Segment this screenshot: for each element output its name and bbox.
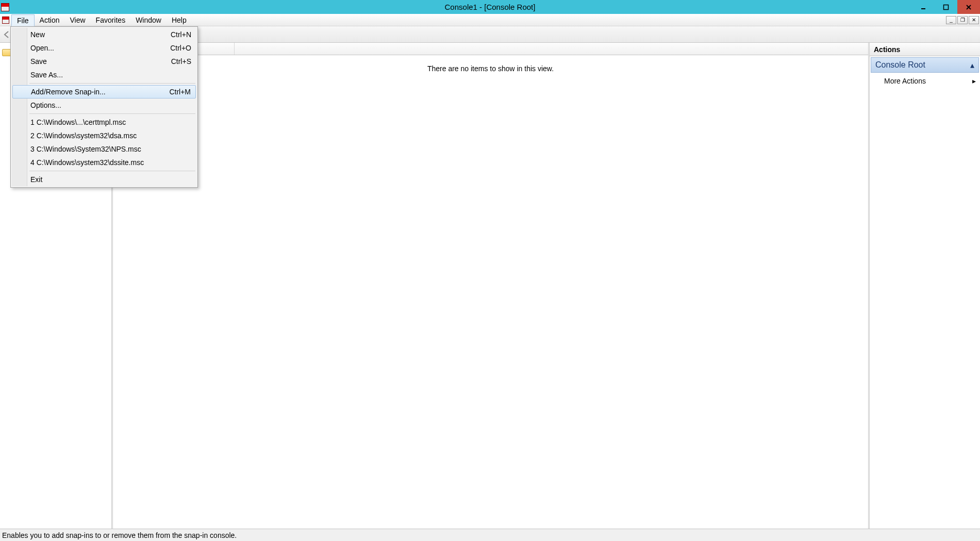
file-add-remove-snapin[interactable]: Add/Remove Snap-in... Ctrl+M: [12, 85, 196, 99]
mdi-close-button[interactable]: ✕: [969, 16, 979, 24]
file-recent-4-label: 4 C:\Windows\system32\dssite.msc: [30, 158, 144, 167]
actions-more-label: More Actions: [884, 77, 926, 85]
content-column-header[interactable]: [113, 43, 868, 55]
titlebar: Console1 - [Console Root]: [0, 0, 980, 14]
menu-favorites[interactable]: Favorites: [91, 14, 131, 26]
menu-help-label: Help: [172, 16, 187, 24]
app-icon: [1, 3, 9, 11]
file-open-label: Open...: [30, 44, 54, 52]
actions-section-header[interactable]: Console Root ▴: [871, 57, 979, 73]
menu-file-label: File: [17, 17, 29, 25]
menu-help[interactable]: Help: [167, 14, 192, 26]
menu-separator: [29, 113, 195, 114]
actions-section-label: Console Root: [875, 60, 925, 70]
menubar: File Action View Favorites Window Help _…: [0, 14, 980, 26]
file-recent-1[interactable]: 1 C:\Windows\...\certtmpl.msc: [12, 116, 196, 129]
content-body: There are no items to show in this view.: [113, 55, 868, 529]
file-save[interactable]: Save Ctrl+S: [12, 55, 196, 68]
file-save-shortcut: Ctrl+S: [171, 57, 191, 65]
file-new-label: New: [30, 30, 45, 39]
menu-action-label: Action: [40, 16, 60, 24]
file-recent-3[interactable]: 3 C:\Windows\System32\NPS.msc: [12, 142, 196, 156]
statusbar: Enables you to add snap-ins to or remove…: [0, 529, 980, 541]
file-options-label: Options...: [30, 101, 61, 109]
file-exit-label: Exit: [30, 175, 42, 184]
menu-action[interactable]: Action: [35, 14, 65, 26]
file-recent-3-label: 3 C:\Windows\System32\NPS.msc: [30, 145, 141, 153]
menu-window[interactable]: Window: [130, 14, 167, 26]
mmc-icon: [0, 14, 11, 26]
file-add-remove-shortcut: Ctrl+M: [169, 88, 191, 96]
caption-buttons: [912, 0, 980, 14]
menu-view[interactable]: View: [64, 14, 90, 26]
menu-separator: [29, 171, 195, 171]
menu-view-label: View: [70, 16, 85, 24]
file-recent-2-label: 2 C:\Windows\system32\dsa.msc: [30, 132, 137, 140]
file-add-remove-label: Add/Remove Snap-in...: [31, 88, 106, 96]
actions-more[interactable]: More Actions ▸: [870, 74, 980, 88]
file-recent-1-label: 1 C:\Windows\...\certtmpl.msc: [30, 118, 126, 126]
menu-file[interactable]: File: [11, 14, 35, 26]
file-save-as[interactable]: Save As...: [12, 68, 196, 81]
collapse-icon: ▴: [970, 60, 974, 70]
mdi-controls: _ ❐ ✕: [945, 14, 980, 26]
file-recent-4[interactable]: 4 C:\Windows\system32\dssite.msc: [12, 156, 196, 169]
file-save-as-label: Save As...: [30, 71, 63, 79]
chevron-right-icon: ▸: [972, 77, 976, 85]
file-open-shortcut: Ctrl+O: [170, 44, 191, 52]
statusbar-text: Enables you to add snap-ins to or remove…: [2, 531, 237, 539]
file-exit[interactable]: Exit: [12, 173, 196, 186]
close-button[interactable]: [957, 0, 980, 14]
content-pane: There are no items to show in this view.: [113, 43, 870, 529]
window-title: Console1 - [Console Root]: [445, 3, 536, 11]
file-save-label: Save: [30, 57, 47, 65]
menu-window-label: Window: [136, 16, 161, 24]
mdi-restore-button[interactable]: ❐: [957, 16, 968, 24]
actions-title: Actions: [870, 43, 980, 56]
file-options[interactable]: Options...: [12, 99, 196, 112]
maximize-button[interactable]: [935, 0, 957, 14]
mdi-minimize-button[interactable]: _: [946, 16, 956, 24]
minimize-button[interactable]: [912, 0, 935, 14]
file-recent-2[interactable]: 2 C:\Windows\system32\dsa.msc: [12, 129, 196, 142]
file-new-shortcut: Ctrl+N: [171, 30, 191, 39]
file-new[interactable]: New Ctrl+N: [12, 28, 196, 41]
file-open[interactable]: Open... Ctrl+O: [12, 41, 196, 55]
menu-separator: [29, 83, 195, 84]
actions-pane: Actions Console Root ▴ More Actions ▸: [870, 43, 980, 529]
menu-favorites-label: Favorites: [96, 16, 126, 24]
file-menu-dropdown: New Ctrl+N Open... Ctrl+O Save Ctrl+S Sa…: [10, 26, 198, 188]
svg-rect-1: [944, 5, 949, 9]
empty-message: There are no items to show in this view.: [427, 64, 554, 529]
